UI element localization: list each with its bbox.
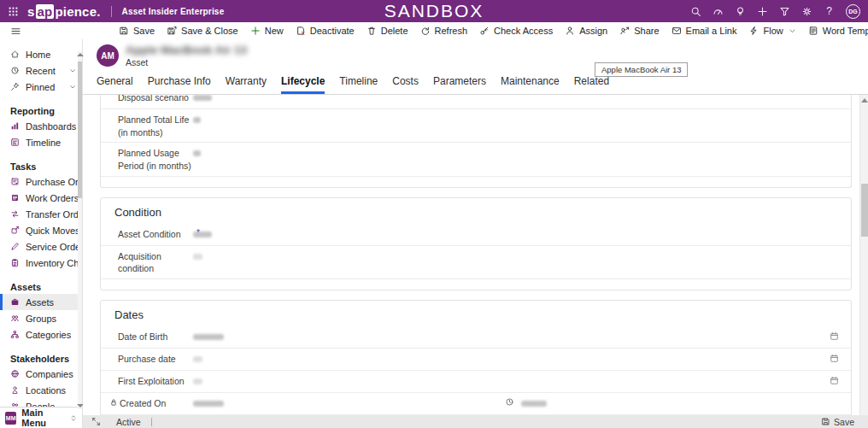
calendar-icon[interactable]	[830, 376, 839, 385]
plus-icon[interactable]	[757, 6, 768, 17]
toolbar-label: Deactivate	[310, 26, 355, 36]
field-value-redacted[interactable]	[193, 378, 202, 384]
field-row-asset-condition: Asset Condition*	[101, 224, 851, 246]
sidebar-item-groups[interactable]: Groups	[0, 310, 82, 326]
sidebar-item-people[interactable]: People	[0, 398, 82, 407]
toolbar-label: New	[265, 26, 284, 36]
gear-icon[interactable]	[801, 6, 812, 17]
sidebar-scrollbar[interactable]	[78, 51, 82, 409]
lightbulb-icon[interactable]	[735, 6, 746, 17]
toolbar-deactivate[interactable]: Deactivate	[296, 26, 355, 36]
sidebar-item-timeline[interactable]: Timeline	[0, 134, 82, 150]
toolbar-share[interactable]: Share	[619, 26, 659, 36]
field-value-redacted[interactable]	[193, 334, 224, 340]
field-value-redacted[interactable]	[193, 356, 202, 362]
sidebar-item-locations[interactable]: Locations	[0, 382, 82, 398]
sidebar-item-categories[interactable]: Categories	[0, 326, 82, 343]
timeline-icon	[10, 138, 20, 147]
toolbar-check-access[interactable]: Check Access	[479, 26, 553, 36]
toolbar-save[interactable]: Save	[119, 26, 155, 36]
content-scroll-thumb[interactable]	[861, 184, 868, 237]
app-window: sappience. Asset Insider Enterprise SAND…	[0, 0, 868, 428]
sidebar-item-inventory-checks[interactable]: Inventory Checks	[0, 255, 82, 271]
sidebar-item-dashboards[interactable]: Dashboards	[0, 118, 82, 134]
field-label: Planned Total Life (in months)	[118, 114, 193, 138]
command-bar-row: SaveSave & CloseNewDeactivateDeleteRefre…	[0, 22, 868, 39]
field-value-redacted[interactable]	[193, 401, 224, 407]
calendar-icon[interactable]	[830, 354, 839, 363]
sidebar-item-quick-moves[interactable]: Quick Moves	[0, 222, 82, 238]
scroll-up-icon[interactable]	[861, 98, 868, 103]
toolbar-word-templates[interactable]: Word Templates	[808, 26, 868, 36]
sidebar-item-service-orders[interactable]: Service Orders	[0, 238, 82, 255]
sidebar-item-companies[interactable]: Companies	[0, 366, 82, 382]
field-label: Asset Condition	[118, 228, 193, 241]
toolbar-label: Delete	[381, 26, 408, 36]
filter-icon[interactable]	[779, 6, 790, 17]
sidebar-scroll-thumb[interactable]	[78, 62, 82, 198]
toolbar-save-close[interactable]: Save & Close	[167, 26, 238, 36]
record-content: AM Apple MacBook Air 13 Asset GeneralPur…	[83, 39, 868, 428]
main-menu-footer[interactable]: MM Main Menu	[0, 407, 82, 428]
chevron-down-icon	[69, 67, 76, 74]
gauge-icon[interactable]	[713, 6, 724, 17]
clock-icon	[505, 397, 514, 407]
help-icon[interactable]: ?	[824, 5, 835, 17]
waffle-menu-icon[interactable]	[0, 6, 27, 17]
sidebar-item-label: Work Orders	[26, 193, 79, 203]
sidebar-item-recent[interactable]: Recent	[0, 62, 82, 79]
toolbar-refresh[interactable]: Refresh	[420, 26, 468, 36]
sidebar-item-transfer-orders[interactable]: Transfer Orders	[0, 206, 82, 222]
tab-costs[interactable]: Costs	[392, 75, 419, 94]
tab-related[interactable]: Related	[574, 75, 609, 94]
search-icon[interactable]	[690, 6, 701, 17]
tab-bar: GeneralPurchase InfoWarrantyLifecycleTim…	[97, 75, 609, 94]
hamburger-icon[interactable]	[10, 26, 21, 37]
toolbar-flow[interactable]: Flow	[748, 26, 795, 36]
main-menu-label: Main Menu	[21, 407, 65, 428]
footer-save-button[interactable]: Save	[821, 417, 854, 427]
field-label: Created On	[120, 397, 193, 410]
save-close-icon	[167, 26, 177, 36]
tab-purchase-info[interactable]: Purchase Info	[148, 75, 211, 94]
record-entity-type: Asset	[126, 57, 148, 67]
tab-warranty[interactable]: Warranty	[226, 75, 267, 94]
sidebar-item-work-orders[interactable]: Work Orders	[0, 190, 82, 206]
tab-general[interactable]: General	[97, 75, 133, 94]
tab-lifecycle[interactable]: Lifecycle	[281, 75, 325, 94]
field-row-created-on: Created On	[101, 393, 851, 415]
calendar-icon[interactable]	[830, 331, 839, 341]
expand-icon[interactable]	[91, 417, 101, 426]
content-scrollbar[interactable]	[859, 95, 868, 415]
sidebar-item-purchase-orders[interactable]: Purchase Orders	[0, 173, 82, 190]
field-value-redacted[interactable]	[193, 117, 201, 123]
globe-icon	[10, 369, 20, 378]
sidebar-item-home[interactable]: Home	[0, 46, 82, 62]
toolbar-delete[interactable]: Delete	[367, 26, 408, 36]
collapse-chevrons-icon	[70, 414, 77, 422]
field-value-redacted[interactable]	[193, 232, 212, 237]
field-value-redacted[interactable]	[193, 254, 202, 260]
status-state: Active	[116, 417, 141, 427]
chevron-down-icon	[69, 84, 76, 91]
user-avatar[interactable]: DG	[846, 4, 860, 19]
toolbar-label: Share	[634, 26, 659, 36]
deactivate-icon	[296, 26, 306, 36]
toolbar-new[interactable]: New	[250, 26, 284, 36]
field-row-planned-total-life-in-months: Planned Total Life (in months)	[101, 109, 851, 143]
sidebar-item-assets[interactable]: Assets	[0, 294, 82, 310]
tab-timeline[interactable]: Timeline	[339, 75, 378, 94]
sidebar-item-pinned[interactable]: Pinned	[0, 79, 82, 95]
field-value-redacted[interactable]	[193, 95, 212, 101]
field-row-disposal-scenario: Disposal scenario	[101, 94, 851, 109]
tab-parameters[interactable]: Parameters	[433, 75, 486, 94]
toolbar-label: Refresh	[435, 26, 468, 36]
toolbar-email-a-link[interactable]: Email a Link	[672, 26, 737, 36]
location-icon	[10, 385, 20, 395]
tab-maintenance[interactable]: Maintenance	[501, 75, 560, 94]
field-value-redacted[interactable]	[193, 150, 201, 156]
email-icon	[672, 26, 682, 36]
sidebar-item-label: Locations	[26, 385, 66, 396]
sidebar-item-label: Recent	[26, 66, 56, 76]
toolbar-assign[interactable]: Assign	[565, 26, 607, 36]
